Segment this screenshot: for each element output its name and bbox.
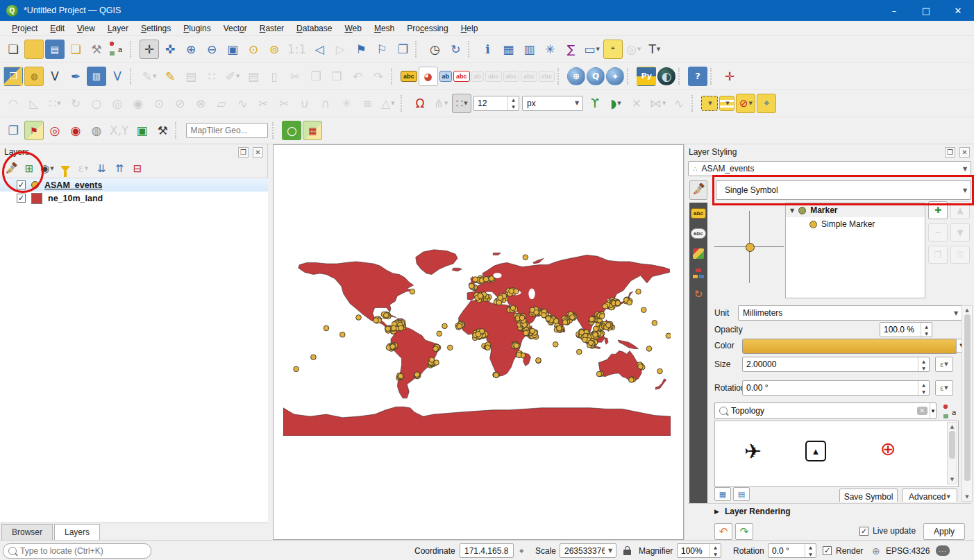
tab-symbology[interactable] xyxy=(689,180,707,200)
symbol-campground-icon[interactable]: ▲ xyxy=(805,441,826,461)
menu-processing[interactable]: Processing xyxy=(401,22,454,35)
text-annotation-icon[interactable]: T▼ xyxy=(645,40,664,59)
clear-search-icon[interactable]: ✕ xyxy=(917,407,928,415)
unit-combobox[interactable]: Millimeters ▼ xyxy=(738,305,962,321)
menu-settings[interactable]: Settings xyxy=(135,22,177,35)
style-manager-icon[interactable]: a xyxy=(941,402,961,422)
identify-features-icon[interactable]: ℹ xyxy=(478,40,497,59)
spin-arrows[interactable]: ▲▼ xyxy=(507,96,519,110)
map-canvas[interactable] xyxy=(273,144,684,540)
toggle-editing-icon[interactable]: ✎ xyxy=(160,67,180,86)
remove-layer-icon[interactable]: ⊟ xyxy=(129,160,146,177)
zoom-to-point-icon[interactable]: ◎ xyxy=(45,121,65,140)
style-manager-icon[interactable]: a xyxy=(108,40,127,59)
dock-tab-browser[interactable]: Browser xyxy=(1,524,53,540)
quickmapservices-icon[interactable]: ◐ xyxy=(657,67,675,85)
avoid-overlap-icon[interactable]: ◗▼ xyxy=(606,94,625,113)
symbol-search-input[interactable]: ✕ ▼ xyxy=(714,402,937,419)
open-project-icon[interactable] xyxy=(24,40,44,59)
new-project-icon[interactable]: ❏ xyxy=(3,40,23,59)
help-contents-icon[interactable]: ? xyxy=(688,67,707,86)
maptiler-search-button[interactable]: ○ xyxy=(282,121,301,140)
menu-view[interactable]: View xyxy=(71,22,101,35)
list-view-button[interactable]: ▤ xyxy=(733,487,750,501)
minimize-button[interactable]: – xyxy=(878,0,910,21)
menu-database[interactable]: Database xyxy=(290,22,338,35)
symbol-airplane-icon[interactable]: ✈ xyxy=(744,439,762,464)
dropdown-caret-icon[interactable]: ▼ xyxy=(50,166,53,171)
zoom-last-icon[interactable]: ◁ xyxy=(310,40,329,59)
select-features-icon[interactable]: ▼ xyxy=(701,96,718,111)
new-bookmark-icon[interactable]: ⚑ xyxy=(351,40,371,59)
symbol-search-field[interactable] xyxy=(728,406,917,416)
dropdown-caret-icon[interactable]: ▼ xyxy=(637,46,641,52)
caret-right-icon[interactable]: ▶ xyxy=(714,508,719,515)
tab-masks[interactable]: abc xyxy=(691,228,706,239)
pan-to-selection-icon[interactable]: ✜ xyxy=(160,40,180,59)
layer-diagram-icon[interactable]: ◕ xyxy=(419,67,438,86)
manage-map-themes-icon[interactable]: ◉▼ xyxy=(39,160,56,177)
opacity-input[interactable] xyxy=(880,325,921,334)
zoom-in-icon[interactable]: ⊕ xyxy=(181,40,201,59)
enable-snapping-icon[interactable]: Ω xyxy=(410,94,430,113)
layout-manager-icon[interactable]: ⚒ xyxy=(87,40,106,59)
select-by-value-icon[interactable]: ▼ xyxy=(719,96,734,111)
statistical-summary-icon[interactable]: ▥ xyxy=(519,40,539,59)
show-bookmarks-icon[interactable]: ⚐ xyxy=(372,40,392,59)
symbol-medical-cross-icon[interactable]: ⊕ xyxy=(880,438,896,459)
dropdown-caret-icon[interactable]: ▼ xyxy=(464,101,467,106)
magnifier-input[interactable] xyxy=(678,546,709,556)
tree-item-simple-marker[interactable]: Simple Marker xyxy=(786,217,925,231)
mouse-tracking-icon[interactable]: ⌖ xyxy=(519,541,524,560)
osm-search-button[interactable]: ▦ xyxy=(303,121,322,140)
layer-rendering-section[interactable]: ▶ Layer Rendering xyxy=(714,507,791,516)
snap-unit-combobox[interactable]: px▼ xyxy=(522,96,583,111)
maptiler-search-box[interactable] xyxy=(186,123,268,138)
active-layer-combobox[interactable]: ∴ ASAM_events ▼ xyxy=(688,161,971,176)
python-console-icon[interactable]: Py xyxy=(637,67,656,86)
osm-place-search-icon[interactable]: ⌖ xyxy=(606,67,624,85)
layer-row[interactable]: ASAM_events xyxy=(0,178,268,192)
maptiler-search-input[interactable] xyxy=(187,126,267,135)
chevron-down-icon[interactable]: ▼ xyxy=(930,403,936,418)
symbol-well-scrollbar[interactable]: ▲▼ xyxy=(947,422,957,484)
spin-arrows[interactable]: ▲▼ xyxy=(918,381,929,395)
new-shapefile-layer-icon[interactable]: V xyxy=(45,67,65,86)
coordinate-field[interactable]: 171.4,165.8 xyxy=(460,541,514,560)
pan-map-icon[interactable]: ✛ xyxy=(140,40,159,59)
float-panel-icon[interactable]: ❐ xyxy=(945,147,955,158)
size-input[interactable] xyxy=(743,359,918,369)
coordinate-capture-icon[interactable]: ❐ xyxy=(3,121,23,140)
rotation-spinbox[interactable]: ▲▼ xyxy=(742,380,930,396)
dropdown-caret-icon[interactable]: ▼ xyxy=(57,101,60,106)
close-panel-icon[interactable]: ✕ xyxy=(253,147,263,158)
menu-mesh[interactable]: Mesh xyxy=(368,22,401,35)
attribute-table-icon[interactable]: ▦ xyxy=(498,40,518,59)
close-button[interactable]: ✕ xyxy=(942,0,974,21)
dropdown-caret-icon[interactable]: ▼ xyxy=(391,101,394,106)
data-source-manager-icon[interactable]: ❒ xyxy=(3,67,23,86)
dock-tab-layers[interactable]: Layers xyxy=(54,524,100,540)
measure-line-icon[interactable]: ▭▼ xyxy=(582,40,601,59)
layer-labeling-icon[interactable]: abc xyxy=(401,71,417,82)
globe-view-icon[interactable]: ◍ xyxy=(87,121,106,140)
rotation-spinbox[interactable]: ▲▼ xyxy=(768,541,816,560)
render-control[interactable]: Render xyxy=(823,541,863,560)
metasearch-icon[interactable]: ⊕ xyxy=(567,67,585,85)
menu-raster[interactable]: Raster xyxy=(253,22,290,35)
undo-style-button[interactable]: ↶ xyxy=(714,523,732,540)
dropdown-caret-icon[interactable]: ▼ xyxy=(85,166,88,171)
plugin-wrench-icon[interactable]: ⚒ xyxy=(153,121,172,140)
caret-down-icon[interactable]: ▼ xyxy=(790,207,794,214)
redo-style-button[interactable]: ↷ xyxy=(735,523,753,540)
apply-button[interactable]: Apply xyxy=(923,523,965,540)
layer-row[interactable]: ne_10m_land xyxy=(0,192,268,205)
advanced-button[interactable]: Advanced▼ xyxy=(902,489,957,502)
filter-legend-icon[interactable] xyxy=(57,160,74,177)
dropdown-caret-icon[interactable]: ▼ xyxy=(725,101,729,106)
dropdown-caret-icon[interactable]: ▼ xyxy=(617,101,621,106)
add-symbol-layer-button[interactable]: ✚ xyxy=(928,201,948,219)
new-map-view-icon[interactable]: ❐ xyxy=(393,40,412,59)
multi-zoom-icon[interactable]: ◉ xyxy=(66,121,85,140)
snap-tolerance-input[interactable] xyxy=(474,99,507,108)
